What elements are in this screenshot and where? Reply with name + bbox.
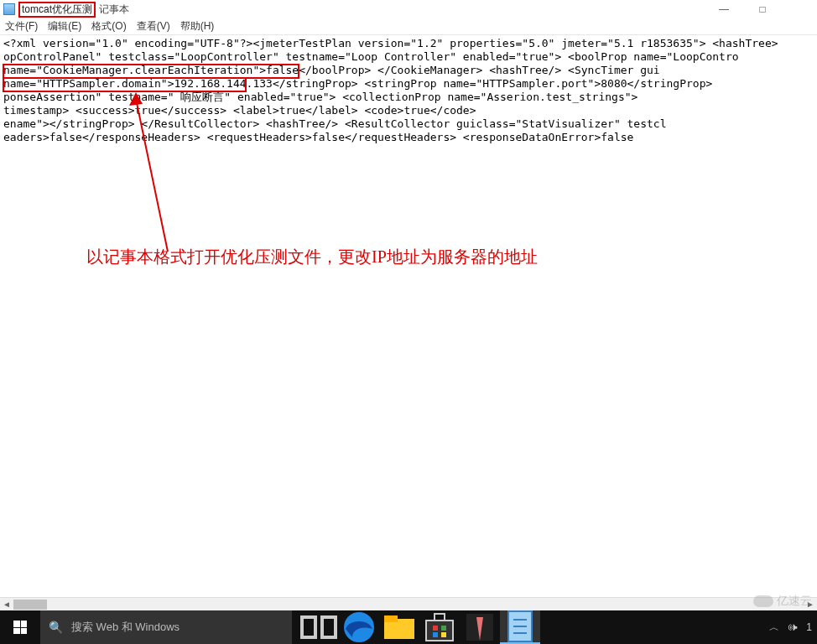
svg-rect-6 <box>384 615 398 622</box>
text-line: <?xml version="1.0" encoding="UTF-8"?><j… <box>3 37 814 50</box>
maximize-button[interactable]: □ <box>755 3 770 15</box>
notepad-icon <box>3 3 15 15</box>
text-line: ename"></stringProp> </ResultCollector> … <box>3 117 814 131</box>
notepad-taskbar-icon[interactable] <box>500 610 540 644</box>
menubar: 文件(F) 编辑(E) 格式(O) 查看(V) 帮助(H) <box>0 18 817 35</box>
scroll-left-icon[interactable]: ◄ <box>0 598 13 611</box>
start-button[interactable] <box>0 610 40 644</box>
search-placeholder: 搜索 Web 和 Windows <box>71 620 180 635</box>
file-explorer-icon[interactable] <box>379 610 419 644</box>
app-icon[interactable] <box>460 610 500 644</box>
svg-rect-8 <box>435 614 445 621</box>
svg-rect-2 <box>302 617 315 637</box>
text-line: name="CookieManager.clearEachIteration">… <box>3 64 814 77</box>
text-line: name="HTTPSampler.domain">192.168.144.13… <box>3 77 814 91</box>
title-filename: tomcat优化压测 <box>18 2 96 18</box>
watermark-text: 亿速云 <box>777 594 812 609</box>
minimize-button[interactable]: — <box>716 3 731 15</box>
svg-rect-9 <box>433 626 438 631</box>
tray-time[interactable]: 1 <box>806 621 812 633</box>
title-appname: 记事本 <box>99 3 129 17</box>
watermark: 亿速云 <box>753 594 812 609</box>
edge-browser-icon[interactable] <box>339 610 379 644</box>
svg-rect-3 <box>322 617 336 637</box>
svg-rect-10 <box>441 626 446 631</box>
editor-content[interactable]: <?xml version="1.0" encoding="UTF-8"?><j… <box>0 35 817 597</box>
svg-rect-12 <box>441 632 446 637</box>
taskbar-icons <box>299 610 540 644</box>
taskbar-search[interactable]: 🔍 搜索 Web 和 Windows <box>40 610 292 644</box>
text-line: eaders>false</responseHeaders> <requestH… <box>3 131 814 144</box>
store-icon[interactable] <box>419 610 460 644</box>
taskview-icon[interactable] <box>299 610 339 644</box>
menu-view[interactable]: 查看(V) <box>137 19 170 34</box>
annotation-text: 以记事本格式打开优化压测文件，更改IP地址为服务器的地址 <box>86 250 538 263</box>
text-line: timestamp> <success>true</success> <labe… <box>3 104 814 117</box>
text-line: ponseAssertion" testname=" 响应断言" enabled… <box>3 91 814 104</box>
taskbar: 🔍 搜索 Web 和 Windows ︿ 🕪 1 <box>0 610 817 644</box>
menu-file[interactable]: 文件(F) <box>5 19 38 34</box>
system-tray: ︿ 🕪 1 <box>769 610 812 644</box>
svg-rect-7 <box>426 621 453 641</box>
tray-show-hidden-icon[interactable]: ︿ <box>769 621 779 635</box>
menu-help[interactable]: 帮助(H) <box>180 19 215 34</box>
window-controls: — □ <box>716 0 817 18</box>
text-line: opControlPanel" testclass="LoopControlle… <box>3 50 814 64</box>
menu-format[interactable]: 格式(O) <box>91 19 126 34</box>
search-icon: 🔍 <box>49 621 63 634</box>
titlebar: tomcat优化压测 记事本 — □ <box>0 0 817 18</box>
tray-icon[interactable]: 🕪 <box>788 621 798 633</box>
windows-logo-icon <box>13 621 27 634</box>
menu-edit[interactable]: 编辑(E) <box>48 19 81 34</box>
svg-rect-11 <box>433 632 438 637</box>
scroll-thumb[interactable] <box>13 600 47 610</box>
cloud-icon <box>753 595 773 607</box>
